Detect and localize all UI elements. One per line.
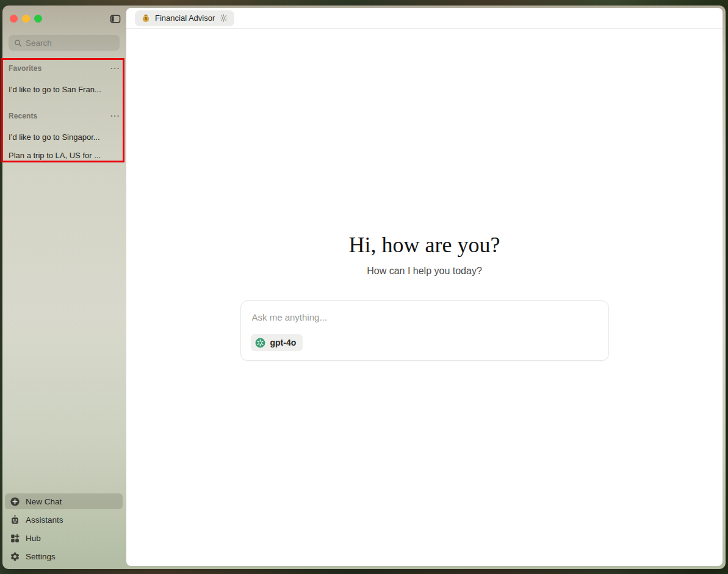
favorites-label: Favorites <box>9 64 41 73</box>
zoom-button[interactable] <box>34 15 42 23</box>
message-composer: gpt-4o <box>240 300 609 361</box>
main-content: $ Financial Advisor <box>126 8 723 566</box>
close-button[interactable] <box>10 15 18 23</box>
sidebar: Favorites ··· I’d like to go to San Fran… <box>2 5 126 569</box>
new-chat-button[interactable]: New Chat <box>5 493 123 509</box>
assistant-settings-button[interactable] <box>219 13 228 23</box>
search-icon <box>13 38 23 48</box>
window-controls <box>10 15 42 23</box>
assistants-button[interactable]: Assistants <box>5 512 123 528</box>
welcome-hero: Hi, how are you? How can I help you toda… <box>126 231 723 277</box>
model-label: gpt-4o <box>270 338 297 347</box>
desktop: { "window": { "controls": [ { "name": "c… <box>0 0 728 574</box>
gear-icon <box>10 551 20 562</box>
hub-button[interactable]: Hub <box>5 530 123 546</box>
tab-bar: $ Financial Advisor <box>126 8 723 29</box>
plus-circle-icon <box>10 496 20 507</box>
hero-title: Hi, how are you? <box>126 231 723 258</box>
nav-label: New Chat <box>26 497 62 506</box>
openai-icon <box>254 337 266 349</box>
favorites-section-header: Favorites ··· <box>9 64 121 73</box>
nav-label: Assistants <box>26 515 63 525</box>
app-window: Favorites ··· I’d like to go to San Fran… <box>2 5 726 569</box>
model-selector[interactable]: gpt-4o <box>251 334 303 351</box>
settings-button[interactable]: Settings <box>5 548 123 564</box>
svg-text:$: $ <box>145 16 147 21</box>
grid-plus-icon <box>10 533 20 543</box>
search-field[interactable] <box>9 35 120 51</box>
hero-subtitle: How can I help you today? <box>126 266 723 277</box>
robot-icon <box>10 515 20 525</box>
recents-label: Recents <box>9 112 37 120</box>
conversation-item[interactable]: Plan a trip to LA, US for ... <box>6 148 122 162</box>
tab-label: Financial Advisor <box>155 13 215 23</box>
sidebar-toggle-icon <box>109 18 121 27</box>
recents-section-header: Recents ··· <box>9 111 121 121</box>
message-input[interactable] <box>252 312 597 333</box>
search-input[interactable] <box>26 38 115 48</box>
favorites-menu-button[interactable]: ··· <box>109 64 121 73</box>
nav-label: Settings <box>26 552 56 561</box>
minimize-button[interactable] <box>22 15 30 23</box>
tab-financial-advisor[interactable]: $ Financial Advisor <box>135 10 234 26</box>
money-bag-icon: $ <box>141 13 151 23</box>
recents-menu-button[interactable]: ··· <box>109 112 121 120</box>
nav-label: Hub <box>26 534 41 543</box>
sidebar-toggle-button[interactable] <box>109 13 121 25</box>
gear-icon <box>219 13 228 23</box>
conversation-item[interactable]: I’d like to go to San Fran... <box>6 82 122 96</box>
conversation-item[interactable]: I’d like to go to Singapor... <box>6 130 122 144</box>
